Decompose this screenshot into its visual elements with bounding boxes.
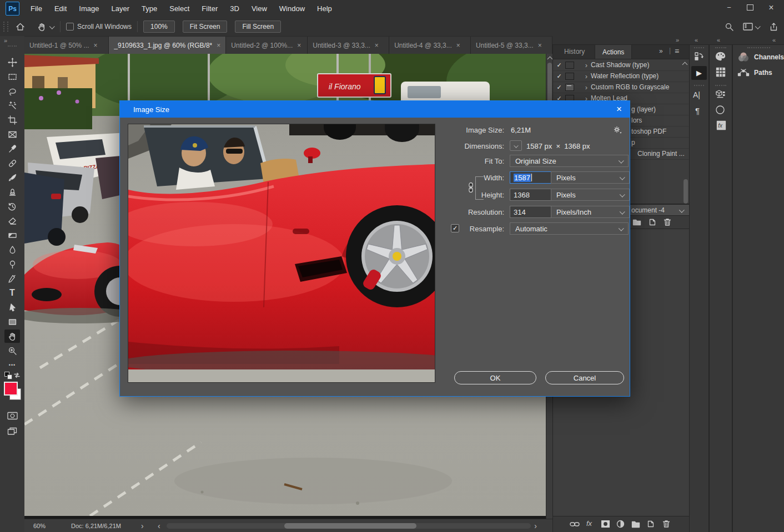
gradient-tool[interactable] (4, 229, 20, 242)
fit-screen-button[interactable]: Fit Screen (183, 21, 228, 33)
scroll-right-icon[interactable]: › (534, 521, 537, 530)
fit-to-dropdown[interactable]: Original Size (510, 155, 629, 167)
brush-tool[interactable] (4, 171, 20, 184)
channels-panel-button[interactable]: Channels (737, 52, 784, 63)
disclosure-icon[interactable]: › (582, 83, 591, 92)
disclosure-icon[interactable]: › (582, 61, 591, 69)
horizontal-scroll-thumb[interactable] (284, 523, 416, 529)
image-preview[interactable] (128, 124, 435, 383)
tab-untitled-4[interactable]: Untitled-4 @ 33,3...× (389, 37, 471, 54)
patterns-panel-button[interactable] (716, 67, 726, 77)
quick-mask-button[interactable] (4, 409, 20, 422)
pen-tool[interactable] (4, 272, 20, 285)
fill-screen-button[interactable]: Fill Screen (235, 21, 281, 33)
menu-item-type[interactable]: Type (135, 0, 163, 17)
resolution-unit-dropdown[interactable]: Pixels/Inch (551, 206, 630, 218)
collapse-strip-button[interactable]: « (772, 37, 775, 43)
menu-item-image[interactable]: Image (73, 0, 105, 17)
foreground-color-swatch[interactable] (4, 382, 18, 396)
layer-mask-icon[interactable] (601, 520, 610, 528)
screen-mode-button[interactable] (4, 424, 20, 438)
tab-actions[interactable]: Actions (595, 44, 632, 59)
paragraph-panel-icon[interactable]: ¶ (695, 106, 700, 115)
new-layer-icon[interactable] (646, 520, 655, 528)
tab-close-icon[interactable]: × (456, 42, 460, 49)
zoom-level-field[interactable]: 60% (33, 523, 46, 529)
move-tool[interactable] (4, 55, 20, 69)
collapse-panel-button[interactable]: » (676, 37, 679, 43)
width-unit-dropdown[interactable]: Pixels (551, 171, 630, 184)
height-input[interactable]: 1368 (510, 189, 553, 201)
horizontal-scrollbar[interactable] (167, 523, 531, 529)
clone-stamp-tool[interactable] (4, 185, 20, 199)
close-button[interactable]: × (761, 0, 782, 15)
scroll-all-windows-option[interactable]: Scroll All Windows (66, 23, 132, 31)
menu-item-filter[interactable]: Filter (195, 0, 224, 17)
shape-tool[interactable] (4, 315, 20, 328)
minimize-button[interactable]: − (718, 0, 740, 15)
tab-untitled-3[interactable]: Untitled-3 @ 33,3...× (308, 37, 389, 54)
search-icon[interactable] (725, 22, 734, 32)
action-dialog-toggle[interactable] (565, 62, 574, 69)
resolution-input[interactable]: 314 (510, 206, 553, 218)
hand-tool[interactable] (4, 330, 20, 343)
adjustment-layer-icon[interactable] (616, 520, 625, 528)
adjustments-panel-button[interactable] (715, 105, 725, 115)
cancel-button[interactable]: Cancel (545, 371, 624, 384)
menu-item-file[interactable]: File (24, 0, 48, 17)
delete-layer-icon[interactable] (662, 519, 671, 529)
panel-menu-icon[interactable]: ≡ (675, 47, 679, 55)
action-check-icon[interactable]: ✓ (553, 62, 565, 69)
dialog-title-bar[interactable]: Image Size × (120, 101, 630, 118)
scroll-all-windows-checkbox[interactable] (66, 23, 74, 31)
rectangular-marquee-tool[interactable] (4, 70, 20, 83)
gear-icon[interactable] (613, 125, 621, 134)
resample-dropdown[interactable]: Automatic (510, 222, 629, 235)
maximize-button[interactable] (740, 0, 761, 15)
tab-untitled-5[interactable]: Untitled-5 @ 33,3...× (471, 37, 552, 54)
new-set-folder-icon[interactable] (632, 219, 641, 226)
dodge-tool[interactable] (4, 257, 20, 271)
dimensions-dropdown-button[interactable] (510, 140, 522, 151)
eraser-tool[interactable] (4, 214, 20, 227)
width-input[interactable]: 1587 (510, 171, 553, 184)
action-row[interactable]: ✓ › Water Reflection (type) (553, 70, 689, 82)
menu-item-select[interactable]: Select (163, 0, 195, 17)
new-action-icon[interactable] (648, 218, 656, 226)
tab-untitled-1[interactable]: Untitled-1 @ 50% ...× (24, 37, 109, 54)
tab-history[interactable]: History (557, 44, 592, 59)
healing-brush-tool[interactable] (4, 156, 20, 170)
libraries-panel-button[interactable] (715, 89, 726, 99)
height-unit-dropdown[interactable]: Pixels (551, 189, 630, 201)
history-brush-tool[interactable] (4, 200, 20, 213)
delete-action-icon[interactable] (663, 217, 672, 227)
tab-9109633[interactable]: _9109633_1.jpg @ 60% (RGB/8*)× (109, 37, 226, 54)
path-select-tool[interactable] (4, 301, 20, 314)
tab-close-icon[interactable]: × (538, 42, 542, 49)
share-icon[interactable] (769, 22, 778, 32)
frame-tool[interactable] (4, 128, 20, 141)
scroll-left-icon[interactable]: ‹ (158, 521, 160, 530)
hand-tool-preset[interactable] (37, 22, 54, 32)
new-group-icon[interactable] (631, 521, 640, 528)
eyedropper-tool[interactable] (4, 142, 20, 155)
ok-button[interactable]: OK (454, 371, 536, 384)
action-row[interactable]: ✓ › Custom RGB to Grayscale (553, 82, 689, 93)
link-layers-icon[interactable] (570, 521, 580, 528)
edit-toolbar-button[interactable]: ••• (4, 358, 20, 372)
action-check-icon[interactable]: ✓ (553, 84, 565, 91)
character-panel-icon[interactable]: A| (693, 90, 700, 99)
tab-untitled-2[interactable]: Untitled-2 @ 100%...× (226, 37, 308, 54)
actions-scroll-thumb[interactable] (684, 179, 688, 204)
action-row[interactable]: ✓ › Cast Shadow (type) (553, 59, 689, 71)
paths-panel-button[interactable]: Paths (737, 67, 772, 78)
blur-tool[interactable] (4, 243, 20, 256)
styles-panel-button[interactable]: fx (716, 120, 726, 130)
tab-close-icon[interactable]: × (375, 42, 379, 49)
collapse-strip-button[interactable]: « (717, 37, 720, 43)
zoom-tool[interactable] (4, 344, 20, 357)
panel-expand-icon[interactable]: » (659, 47, 663, 55)
action-dialog-toggle[interactable] (565, 73, 574, 80)
disclosure-icon[interactable]: › (582, 72, 591, 80)
tab-close-icon[interactable]: × (94, 42, 98, 49)
